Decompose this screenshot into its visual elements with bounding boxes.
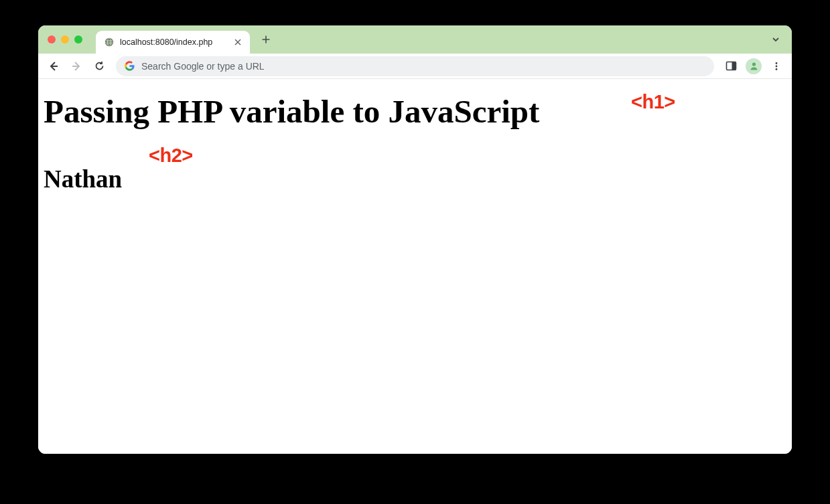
kebab-icon (772, 62, 781, 71)
svg-point-12 (776, 62, 778, 64)
arrow-left-icon (48, 60, 60, 72)
maximize-window-button[interactable] (74, 35, 82, 44)
page-heading-2: Nathan (44, 166, 786, 193)
window-controls (48, 25, 82, 54)
svg-rect-10 (732, 62, 736, 70)
person-icon (749, 61, 759, 71)
svg-point-11 (752, 62, 755, 66)
avatar-circle (746, 58, 762, 74)
new-tab-button[interactable] (257, 30, 275, 49)
svg-point-13 (776, 65, 778, 67)
browser-tab[interactable]: localhost:8080/index.php (96, 31, 250, 54)
annotation-h1-label: <h1> (631, 91, 675, 113)
tab-search-button[interactable] (766, 30, 785, 49)
reload-icon (94, 60, 105, 72)
forward-button[interactable] (66, 56, 86, 76)
panel-icon (725, 60, 737, 72)
globe-icon (104, 37, 115, 48)
svg-point-14 (776, 68, 778, 70)
plus-icon (261, 35, 271, 44)
close-window-button[interactable] (48, 35, 56, 44)
google-g-icon (124, 61, 135, 72)
chrome-menu-button[interactable] (766, 56, 786, 76)
chevron-down-icon (771, 35, 780, 44)
arrow-right-icon (70, 60, 82, 72)
address-bar-placeholder: Search Google or type a URL (141, 61, 706, 72)
close-icon (234, 39, 241, 46)
reload-button[interactable] (89, 56, 109, 76)
tab-strip: localhost:8080/index.php (38, 25, 792, 54)
address-bar[interactable]: Search Google or type a URL (116, 56, 714, 76)
side-panel-button[interactable] (721, 56, 741, 76)
close-tab-button[interactable] (232, 37, 243, 48)
browser-toolbar: Search Google or type a URL (38, 54, 792, 79)
page-viewport: Passing PHP variable to JavaScript Natha… (38, 79, 792, 454)
tab-title: localhost:8080/index.php (120, 37, 227, 47)
browser-window: localhost:8080/index.php (38, 25, 792, 454)
back-button[interactable] (44, 56, 64, 76)
profile-avatar-button[interactable] (744, 56, 764, 76)
minimize-window-button[interactable] (61, 35, 69, 44)
annotation-h2-label: <h2> (149, 145, 193, 167)
